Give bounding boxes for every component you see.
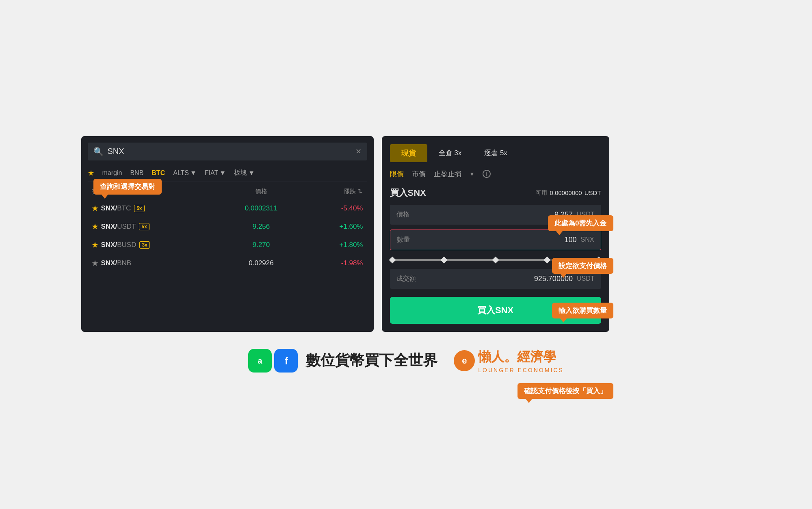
tooltip-select: 查詢和選擇交易對 [93, 179, 162, 195]
footer-icons: a f [248, 349, 298, 373]
order-stop[interactable]: 止盈止損 [434, 169, 461, 179]
pair-change: +1.60% [295, 223, 363, 231]
footer-logo: e 懶人。經濟學 LOUNGER ECONOMICS [454, 348, 563, 373]
favorite-icon[interactable]: ★ [92, 241, 98, 249]
total-unit: USDT [577, 275, 595, 282]
tab-isolated[interactable]: 逐倉 5x [473, 144, 519, 162]
pair-price: 0.0002311 [227, 204, 295, 212]
table-row[interactable]: ★ SNX/USDT 5x 9.256 +1.60% [88, 218, 367, 236]
search-icon: 🔍 [93, 147, 104, 156]
table-row[interactable]: ★ SNX/BUSD 3x 9.270 +1.80% [88, 236, 367, 254]
tooltip-confirm: 確認支付價格後按「買入」 [518, 383, 613, 399]
close-icon[interactable]: ✕ [355, 147, 362, 156]
available-value: 0.00000000 [550, 189, 582, 196]
pair-name: ★ SNX/BTC 5x [92, 204, 227, 213]
pair-price: 9.270 [227, 241, 295, 249]
logo-circle: e [454, 350, 475, 371]
tab-alts[interactable]: ALTS ▼ [173, 169, 197, 177]
tab-margin[interactable]: margin [102, 169, 122, 177]
favorite-icon[interactable]: ★ [92, 259, 98, 268]
facebook-icon: f [274, 349, 298, 373]
logo-subtitle: LOUNGER ECONOMICS [478, 367, 563, 373]
tab-star[interactable]: ★ [88, 169, 94, 178]
left-panel: 🔍 ✕ ★ margin BNB BTC ALTS ▼ FIAT ▼ 板塊 ▼ [81, 136, 374, 332]
tab-bnb[interactable]: BNB [130, 169, 143, 177]
buy-label-row: 買入SNX 可用 0.00000000 USDT [390, 187, 601, 199]
slider-tick-50 [492, 256, 499, 263]
order-limit[interactable]: 限價 [390, 169, 404, 179]
price-label: 價格 [396, 210, 409, 219]
tab-btc[interactable]: BTC [152, 169, 165, 177]
quantity-input-row[interactable]: 數量 100 SNX [390, 230, 601, 250]
slider-tick-75 [543, 256, 550, 263]
right-panel: 現貨 全倉 3x 逐倉 5x 限價 市價 止盈止損 ▼ i 買入SNX 可用 0… [382, 136, 609, 332]
slider-tick-25 [440, 256, 447, 263]
svg-text:a: a [258, 356, 263, 365]
pair-name: ★ SNX/BUSD 3x [92, 241, 227, 249]
col-price: 價格 [227, 188, 295, 195]
tooltip-price: 設定欲支付價格 [552, 258, 613, 274]
tab-fiat[interactable]: FIAT ▼ [205, 169, 226, 177]
info-icon[interactable]: i [483, 170, 491, 178]
quantity-unit: SNX [581, 236, 594, 243]
line-icon: a [248, 349, 272, 373]
available-label: 可用 [536, 189, 547, 197]
pair-name: ★ SNX/USDT 5x [92, 223, 227, 231]
footer: a f 數位貨幣買下全世界 e 懶人。經濟學 LOUNGER ECONOMICS [248, 348, 563, 373]
quantity-label: 數量 [397, 236, 410, 244]
table-row[interactable]: ★ SNX/BTC 5x 0.0002311 -5.40% [88, 199, 367, 218]
col-change: 漲跌 ⇅ [295, 188, 363, 195]
tooltip-deposit: 此處為0需先入金 [548, 215, 613, 231]
pair-name: ★ SNX/BNB [92, 259, 227, 268]
tab-board[interactable]: 板塊 ▼ [234, 169, 255, 177]
pair-change: +1.80% [295, 241, 363, 249]
order-dropdown-arrow[interactable]: ▼ [470, 171, 475, 177]
order-type-row: 限價 市價 止盈止損 ▼ i [390, 169, 601, 179]
footer-text: 數位貨幣買下全世界 [306, 351, 437, 370]
leverage-badge: 5x [139, 223, 149, 230]
buy-label: 買入SNX [390, 187, 426, 199]
slider-tick-0 [389, 256, 396, 263]
available-unit: USDT [585, 189, 601, 196]
leverage-badge: 3x [139, 241, 149, 249]
tooltip-quantity: 輸入欲購買數量 [552, 303, 613, 318]
pair-price: 9.256 [227, 223, 295, 231]
svg-text:f: f [285, 355, 288, 366]
search-bar: 🔍 ✕ [88, 143, 367, 160]
tab-spot[interactable]: 現貨 [390, 144, 427, 162]
leverage-badge: 5x [134, 205, 144, 212]
favorite-icon[interactable]: ★ [92, 204, 98, 213]
quantity-value: 100 [565, 236, 577, 244]
pair-change: -5.40% [295, 204, 363, 212]
total-label: 成交額 [396, 275, 416, 283]
pair-price: 0.02926 [227, 259, 295, 267]
quantity-value-group: 100 SNX [565, 236, 594, 244]
search-input[interactable] [108, 147, 355, 156]
pair-change: -1.98% [295, 259, 363, 267]
logo-text-group: 懶人。經濟學 LOUNGER ECONOMICS [478, 348, 563, 373]
total-value: 925.700000 [534, 275, 573, 283]
order-market[interactable]: 市價 [412, 169, 426, 179]
mode-tabs: 現貨 全倉 3x 逐倉 5x [390, 144, 601, 162]
favorite-icon[interactable]: ★ [92, 223, 98, 231]
table-row[interactable]: ★ SNX/BNB 0.02926 -1.98% [88, 254, 367, 273]
tab-cross[interactable]: 全倉 3x [427, 144, 473, 162]
logo-name: 懶人。經濟學 [478, 348, 563, 366]
